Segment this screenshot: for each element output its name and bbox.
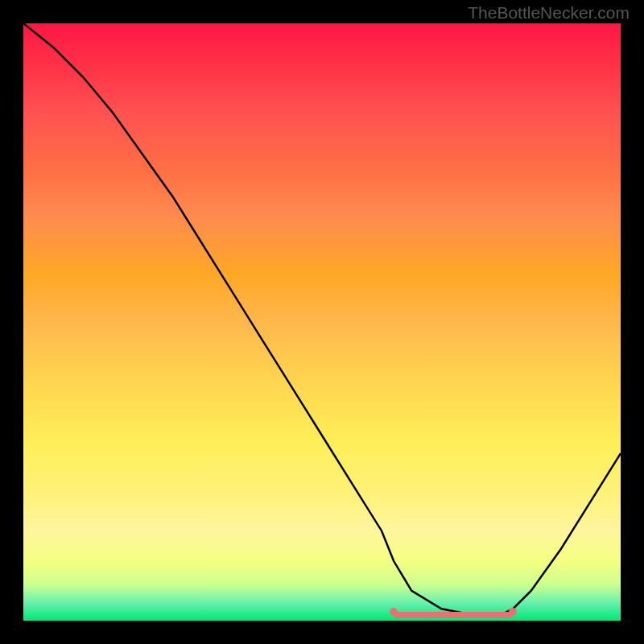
plot-area (23, 23, 621, 621)
optimal-range-marker (394, 612, 513, 618)
optimal-range-start-dot (390, 608, 398, 616)
watermark-text: TheBottleNecker.com (468, 3, 630, 23)
bottleneck-curve (23, 23, 621, 621)
optimal-range-end-dot (509, 608, 517, 616)
